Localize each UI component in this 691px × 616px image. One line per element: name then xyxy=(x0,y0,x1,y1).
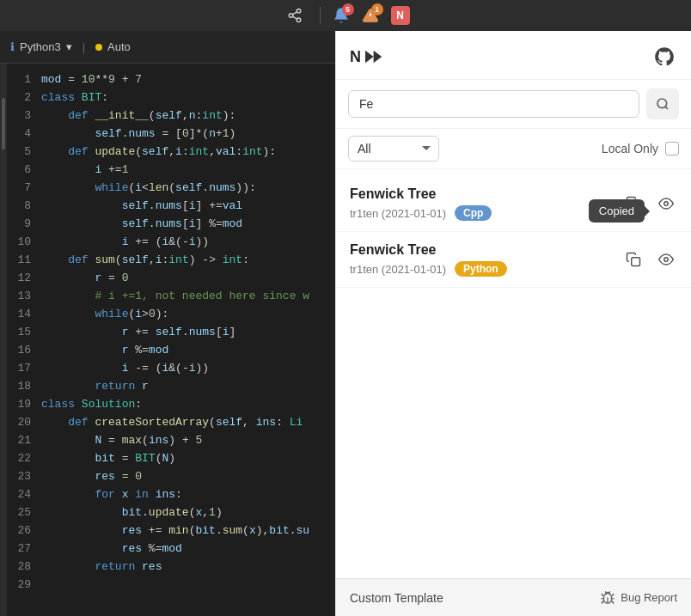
result-actions xyxy=(621,247,679,272)
language-badge: Cpp xyxy=(455,205,492,221)
results-list: Fenwick Tree tr1ten (2021-01-01) Cpp Cop… xyxy=(336,169,691,578)
editor-panel: ℹ Python3 ▾ | Auto 123456789101112131415… xyxy=(0,31,335,616)
svg-line-3 xyxy=(292,16,297,19)
view-button[interactable] xyxy=(653,247,679,272)
notifications-count: 5 xyxy=(342,3,354,15)
separator: | xyxy=(83,40,85,53)
github-button[interactable] xyxy=(651,44,677,70)
result-author: tr1ten (2021-01-01) xyxy=(350,263,446,276)
chevron-icon: ▾ xyxy=(66,40,72,53)
copy-button[interactable] xyxy=(621,247,646,272)
svg-rect-14 xyxy=(632,258,640,266)
tab-bar: ℹ Python3 ▾ | Auto xyxy=(0,31,335,64)
search-row xyxy=(336,80,691,129)
custom-template-label: Custom Template xyxy=(350,591,443,605)
svg-marker-8 xyxy=(365,51,374,63)
search-input[interactable] xyxy=(348,90,639,118)
panel-logo: N xyxy=(350,43,391,70)
language-filter[interactable]: All C++ Python Java JavaScript xyxy=(348,136,439,162)
line-numbers: 1234567891011121314151617181920212223242… xyxy=(7,64,41,616)
view-button[interactable] xyxy=(653,191,679,217)
snippet-panel: N xyxy=(335,31,691,616)
code-content[interactable]: mod = 10**9 + 7 class BIT: def __init__(… xyxy=(41,64,335,616)
svg-point-0 xyxy=(297,9,301,14)
result-author: tr1ten (2021-01-01) xyxy=(350,207,446,220)
user-avatar[interactable]: N xyxy=(391,6,410,25)
result-meta: tr1ten (2021-01-01) Cpp xyxy=(350,205,614,221)
language-badge: Python xyxy=(455,261,507,277)
svg-line-4 xyxy=(292,12,297,15)
scroll-thumb[interactable] xyxy=(2,98,5,149)
result-title: Fenwick Tree xyxy=(350,186,614,202)
scroll-indicator xyxy=(0,64,7,616)
search-button[interactable] xyxy=(646,88,679,119)
local-only-checkbox[interactable] xyxy=(665,142,679,156)
svg-point-10 xyxy=(657,99,667,108)
svg-marker-9 xyxy=(374,51,382,63)
result-actions: Copied xyxy=(621,191,679,217)
info-icon: ℹ xyxy=(10,40,15,53)
local-only-row: Local Only xyxy=(602,142,679,156)
result-title: Fenwick Tree xyxy=(350,242,614,258)
code-area: 1234567891011121314151617181920212223242… xyxy=(0,64,335,616)
svg-point-2 xyxy=(297,18,301,22)
divider xyxy=(320,7,321,24)
language-label: Python3 xyxy=(20,40,61,53)
svg-line-11 xyxy=(665,107,668,109)
svg-point-1 xyxy=(289,14,293,18)
panel-footer: Custom Template Bug Report xyxy=(336,578,691,616)
panel-header: N xyxy=(336,31,691,80)
svg-point-13 xyxy=(664,202,669,206)
notifications-badge[interactable]: 5 xyxy=(333,7,350,24)
result-meta: tr1ten (2021-01-01) Python xyxy=(350,261,614,277)
result-item[interactable]: Fenwick Tree tr1ten (2021-01-01) Cpp Cop… xyxy=(336,176,691,232)
mode-tab[interactable]: Auto xyxy=(95,40,131,53)
copied-tooltip: Copied xyxy=(589,199,645,223)
bug-report-button[interactable]: Bug Report xyxy=(600,590,677,606)
filter-row: All C++ Python Java JavaScript Local Onl… xyxy=(336,129,691,169)
result-item[interactable]: Fenwick Tree tr1ten (2021-01-01) Python xyxy=(336,232,691,288)
svg-text:N: N xyxy=(350,48,360,65)
alerts-count: 1 xyxy=(371,3,383,15)
global-top-bar: 5 1 N xyxy=(0,0,691,31)
language-tab[interactable]: ℹ Python3 ▾ xyxy=(10,40,72,53)
share-button[interactable] xyxy=(282,3,308,28)
svg-point-15 xyxy=(664,258,669,262)
local-only-label: Local Only xyxy=(602,142,658,156)
mode-dot xyxy=(95,44,102,51)
alerts-badge[interactable]: 1 xyxy=(362,7,379,24)
bug-report-label: Bug Report xyxy=(621,591,677,604)
mode-label: Auto xyxy=(107,40,131,53)
